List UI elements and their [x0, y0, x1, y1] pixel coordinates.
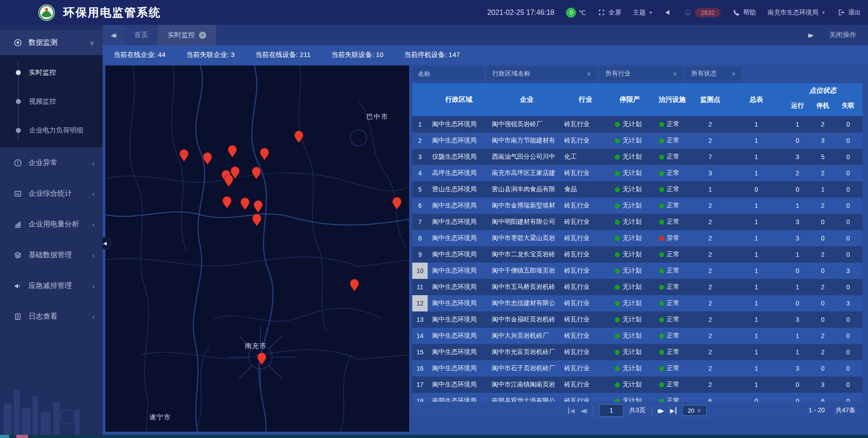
chevron-down-icon: ∨: [731, 71, 736, 77]
table-row[interactable]: 9 阆中生态环境局 阆中市二龙长宝页岩砖 砖瓦行业 无计划 正常 2 1 1 2…: [412, 246, 863, 263]
table-row[interactable]: 3 仪陇生态环境局 西南油气田分公司川中 化工 无计划 正常 7 1 3 5 0: [412, 149, 863, 165]
map-pin[interactable]: [260, 148, 269, 160]
last-page-button[interactable]: ▶: [670, 407, 676, 414]
map-pin[interactable]: [227, 145, 237, 158]
sidebar: 数据监测 ∨ 实时监控 视频监控 企业电力负荷明细 企业异常 ‹ 企业综合统计 …: [0, 25, 103, 438]
tab[interactable]: 首页: [124, 25, 158, 45]
cell-monitor-points: 7: [693, 153, 728, 160]
sidebar-subitem[interactable]: 视频监控: [0, 87, 103, 116]
table-row[interactable]: 10 阆中生态环境局 阆中千佛镇五郎垭页岩 砖瓦行业 无计划 正常 2 1 0 …: [412, 263, 863, 279]
table-row[interactable]: 17 阆中生态环境局 阆中市江南镇阆南页岩 砖瓦行业 无计划 正常 2 1 0 …: [412, 377, 863, 393]
sidebar-item[interactable]: 基础数据管理 ‹: [0, 240, 103, 270]
status-select[interactable]: 所有状态∨: [686, 66, 741, 80]
map-pin[interactable]: [179, 149, 189, 162]
cell-plan-status: 无计划: [608, 137, 652, 145]
table-row[interactable]: 7 阆中生态环境局 阆中明阳建材有限公司 砖瓦行业 无计划 正常 2 1 3 0…: [412, 214, 863, 230]
tabs-scroll-left-button[interactable]: ◀◀: [103, 25, 124, 45]
table-row[interactable]: 5 营山生态环境局 营山县润丰肉食品有限 食品 无计划 正常 1 0 0 1 0: [412, 181, 863, 198]
cell-run-count: 1: [785, 121, 810, 128]
temperature-badge: 0: [566, 8, 576, 18]
logout-button[interactable]: 退出: [837, 9, 861, 17]
previous-page-button[interactable]: ◀◀: [580, 407, 587, 414]
help-button[interactable]: 帮助: [732, 9, 756, 17]
name-search-input[interactable]: [412, 66, 483, 80]
sidebar-item[interactable]: 企业异常 ‹: [0, 147, 103, 178]
table-row[interactable]: 8 阆中生态环境局 阆中市枣碧大梁山页岩 砖瓦行业 无计划 异常 2 1 3 0…: [412, 230, 863, 246]
table-row[interactable]: 1 阆中生态环境局 阆中强锐页岩砖厂 砖瓦行业 无计划 正常 2 1 1 2 0: [412, 116, 863, 132]
map-pin[interactable]: [251, 167, 261, 179]
map-pin[interactable]: [203, 152, 212, 165]
theme-button[interactable]: 主题▼: [633, 9, 653, 17]
tab-close-icon[interactable]: ×: [199, 32, 206, 39]
cell-row-number: 13: [412, 311, 428, 328]
map-panel[interactable]: 巴中市南充市遂宁市: [105, 66, 409, 432]
table-row[interactable]: 11 阆中生态环境局 阆中市五马桥页岩机砖 砖瓦行业 无计划 正常 2 1 1 …: [412, 279, 863, 295]
cell-monitor-points: 2: [693, 218, 728, 226]
page-number-input[interactable]: [599, 404, 623, 417]
industry-select[interactable]: 所有行业∨: [600, 66, 682, 80]
cell-stop-count: 2: [810, 251, 835, 258]
map-pin[interactable]: [222, 196, 231, 209]
table-row[interactable]: 2 阆中生态环境局 阆中市南方节能建材有 砖瓦行业 无计划 正常 2 1 0 3…: [412, 132, 863, 149]
bell-icon: [684, 9, 692, 16]
cell-monitor-points: 2: [693, 332, 728, 339]
organization-menu[interactable]: 南充市生态环境局▼: [768, 9, 826, 17]
table-row[interactable]: 16 阆中生态环境局 阆中市石子页岩机砖厂 砖瓦行业 无计划 正常 2 1 3 …: [412, 360, 863, 377]
table-row[interactable]: 15 阆中生态环境局 阆中市光富页岩机砖厂 砖瓦行业 无计划 正常 2 1 1 …: [412, 344, 863, 360]
map-pin[interactable]: [350, 279, 359, 292]
next-page-button[interactable]: ▶▶: [658, 407, 664, 414]
map-pin[interactable]: [241, 198, 250, 210]
double-right-arrow-icon[interactable]: ▶▶: [808, 32, 814, 38]
mute-button[interactable]: [665, 9, 672, 16]
sidebar-subitem-label: 企业电力负荷明细: [29, 126, 83, 135]
notifications-button[interactable]: 2632: [684, 8, 721, 17]
tab[interactable]: 实时监控 ×: [158, 25, 216, 45]
status-dot-icon: [659, 366, 664, 371]
region-select[interactable]: 行政区域名称∨: [487, 66, 596, 80]
sidebar-group: 基础数据管理 ‹: [0, 240, 103, 270]
sidebar-item[interactable]: 企业综合统计 ‹: [0, 178, 103, 209]
table-row[interactable]: 12 阆中生态环境局 阆中市忠信建材有限公 砖瓦行业 无计划 正常 2 1 0 …: [412, 295, 863, 311]
table-row[interactable]: 13 阆中生态环境局 阆中市金福旺页岩机砖 砖瓦行业 无计划 正常 2 1 3 …: [412, 311, 863, 328]
sidebar-item[interactable]: 数据监测 ∨: [0, 30, 103, 55]
chevron-icon: ‹: [92, 313, 94, 320]
col-header-industry: 行业: [563, 83, 608, 116]
sidebar-item[interactable]: 日志查看 ‹: [0, 301, 103, 332]
sidebar-group: 日志查看 ‹: [0, 301, 103, 332]
map-pin[interactable]: [294, 131, 304, 143]
map-pin[interactable]: [257, 353, 267, 365]
sidebar-item[interactable]: 应急减排管理 ‹: [0, 270, 103, 301]
chevron-down-icon: ∨: [587, 71, 591, 77]
bottom-edge-decoration: [0, 435, 9, 438]
sidebar-subitem[interactable]: 企业电力负荷明细: [0, 116, 103, 145]
first-page-button[interactable]: ◀: [568, 407, 575, 414]
sidebar-subitem[interactable]: 实时监控: [0, 58, 103, 87]
table-row[interactable]: 18 南部生态环境局 南部县双华土沥有限公 砖瓦行业 无计划 正常 6 0 0 …: [412, 393, 863, 402]
stat-value: 147: [448, 51, 460, 59]
cell-total-meters: 1: [728, 121, 785, 128]
map-pin[interactable]: [254, 200, 263, 213]
sidebar-item[interactable]: 企业用电量分析 ‹: [0, 209, 103, 240]
sidebar-item-label: 企业用电量分析: [28, 220, 79, 229]
status-dot-icon: [615, 252, 620, 257]
cell-row-number: 14: [412, 328, 428, 344]
map-pin[interactable]: [392, 197, 402, 210]
table-row[interactable]: 14 阆中生态环境局 阆中大兴页岩机砖厂 砖瓦行业 无计划 正常 2 1 1 2…: [412, 328, 863, 344]
fullscreen-button[interactable]: 全屏: [598, 9, 621, 17]
cell-total-meters: 1: [728, 349, 785, 356]
cell-run-count: 1: [785, 251, 810, 258]
cell-facility-status: 正常: [652, 218, 693, 226]
stat-value: 211: [300, 51, 311, 59]
table-row[interactable]: 6 阆中生态环境局 阆中市金博瑞新型墙材 砖瓦行业 无计划 正常 2 1 1 2…: [412, 198, 863, 214]
table-header: 行政区域 企业 行业 停限产 治污设施 监测点 总表 点位状态 运行 停机 失联: [412, 83, 863, 116]
cell-total-meters: 1: [728, 381, 785, 388]
cell-plan-status: 无计划: [608, 250, 652, 259]
cell-total-meters: 1: [728, 137, 785, 144]
close-operations-button[interactable]: 关闭操作: [829, 31, 856, 39]
map-pin[interactable]: [224, 174, 233, 187]
sidebar-item-label: 企业异常: [28, 158, 57, 168]
sidebar-icon: [14, 220, 22, 229]
map-pin[interactable]: [252, 214, 262, 226]
table-row[interactable]: 4 高坪生态环境局 南充市高坪区王家店建 砖瓦行业 无计划 正常 3 1 2 2…: [412, 165, 863, 181]
page-size-select[interactable]: 20∨: [682, 405, 707, 416]
